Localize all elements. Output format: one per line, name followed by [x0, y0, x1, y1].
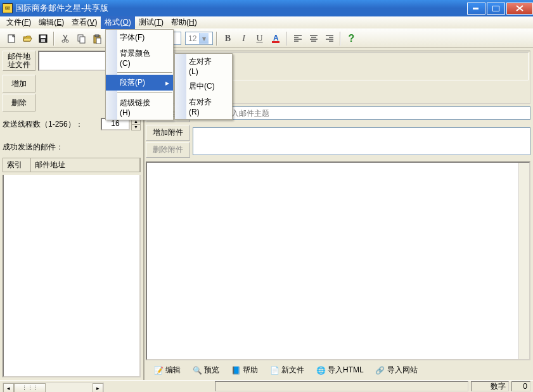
toolbar-separator: [53, 32, 55, 46]
minimize-button[interactable]: [467, 3, 485, 15]
paragraph-submenu: 左对齐(L) 居中(C) 右对齐(R): [174, 53, 233, 120]
svg-point-6: [62, 40, 65, 42]
new-button[interactable]: [4, 31, 18, 46]
subject-input[interactable]: [190, 106, 530, 120]
sent-list-header: 索引 邮件地址: [3, 158, 141, 172]
address-file-button[interactable]: 邮件地址文件: [3, 51, 35, 71]
toolbar: ystem▾ 12▾ B I U A ?: [0, 29, 533, 48]
editor-tabs: 📝编辑 🔍预览 📘帮助 📄新文件 🌐导入HTML 🔗导入网站: [146, 362, 530, 379]
main-area: 邮件地址文件 增加 删除 发送线程数（1-256）： 16 ▲▼ 成功发送的邮件…: [0, 48, 533, 380]
menu-format[interactable]: 格式(O): [101, 16, 134, 29]
col-address[interactable]: 邮件地址: [31, 158, 140, 172]
bold-button[interactable]: B: [221, 31, 235, 46]
tab-newfile[interactable]: 📄新文件: [266, 364, 308, 377]
import-site-icon: 🔗: [375, 365, 385, 376]
svg-rect-5: [41, 39, 45, 42]
menu-align-left[interactable]: 左对齐(L): [175, 54, 232, 79]
svg-rect-0: [473, 8, 478, 9]
submenu-arrow-icon: ▸: [165, 79, 169, 87]
save-button[interactable]: [35, 31, 50, 46]
toolbar-separator: [340, 32, 341, 46]
svg-rect-1: [492, 6, 499, 11]
toolbar-separator: [286, 32, 287, 46]
menu-bgcolor[interactable]: 背景颜色(C): [106, 46, 173, 70]
svg-rect-12: [96, 38, 101, 44]
close-button[interactable]: [506, 3, 533, 15]
tab-preview[interactable]: 🔍预览: [188, 364, 223, 377]
menu-bar: 文件(F) 编辑(E) 查看(V) 格式(O) 测试(T) 帮助(H): [0, 16, 533, 29]
svg-text:A: A: [273, 34, 279, 42]
paste-button[interactable]: [89, 31, 104, 46]
font-size-combo[interactable]: 12▾: [185, 32, 213, 45]
toolbar-separator: [216, 32, 217, 46]
attachment-list[interactable]: [193, 127, 530, 155]
align-left-button[interactable]: [290, 31, 305, 46]
svg-point-7: [66, 40, 68, 42]
scroll-right-icon[interactable]: ▸: [93, 383, 103, 392]
menu-paragraph[interactable]: 段落(P)▸: [106, 75, 173, 91]
svg-rect-4: [41, 35, 46, 38]
add-attachment-button[interactable]: 增加附件: [146, 125, 190, 141]
help-button[interactable]: ?: [344, 31, 359, 46]
tab-help[interactable]: 📘帮助: [227, 364, 262, 377]
help-icon: 📘: [231, 365, 241, 376]
status-spacer: [215, 381, 468, 391]
format-dropdown: 字体(F) 背景颜色(C) 段落(P)▸ 超级链接(H): [105, 29, 174, 120]
window-controls: [466, 3, 533, 15]
edit-icon: 📝: [153, 365, 164, 376]
maximize-button[interactable]: [487, 3, 505, 15]
menu-edit[interactable]: 编辑(E): [35, 16, 68, 29]
align-right-button[interactable]: [322, 31, 337, 46]
copy-button[interactable]: [74, 31, 88, 46]
delete-button[interactable]: 删除: [3, 94, 35, 111]
align-center-button[interactable]: [306, 31, 321, 46]
horizontal-scrollbar[interactable]: ◂ ⋮⋮⋮ ▸: [3, 383, 104, 392]
newfile-icon: 📄: [269, 365, 279, 376]
cut-button[interactable]: [58, 31, 72, 46]
menu-align-center[interactable]: 居中(C): [175, 79, 232, 94]
svg-rect-14: [272, 41, 279, 43]
tab-import-site[interactable]: 🔗导入网站: [371, 364, 421, 377]
import-html-icon: 🌐: [316, 365, 326, 376]
attachment-row: 增加附件 删除附件: [146, 125, 530, 158]
scroll-thumb[interactable]: ⋮⋮⋮: [14, 383, 46, 392]
thread-count-label: 发送线程数（1-256）：: [3, 119, 83, 130]
underline-button[interactable]: U: [252, 31, 267, 46]
scroll-left-icon[interactable]: ◂: [3, 383, 14, 392]
menu-align-right[interactable]: 右对齐(R): [175, 94, 232, 119]
tab-import-html[interactable]: 🌐导入HTML: [312, 364, 368, 377]
preview-icon: 🔍: [192, 365, 202, 376]
spin-down-icon[interactable]: ▼: [132, 125, 140, 130]
remove-attachment-button[interactable]: 删除附件: [146, 142, 190, 158]
success-label: 成功发送的邮件：: [3, 142, 141, 153]
font-color-button[interactable]: A: [268, 31, 283, 46]
menu-file[interactable]: 文件(F): [3, 16, 35, 29]
menu-test[interactable]: 测试(T): [135, 16, 167, 29]
editor-area[interactable]: [146, 161, 530, 360]
menu-hyperlink[interactable]: 超级链接(H): [106, 95, 173, 120]
menu-font[interactable]: 字体(F): [106, 30, 173, 46]
italic-button[interactable]: I: [236, 31, 251, 46]
open-button[interactable]: [20, 31, 34, 46]
app-icon: ✉: [3, 3, 13, 13]
status-numlock: 数字: [471, 381, 509, 391]
svg-rect-9: [80, 37, 85, 43]
title-bar: ✉ 国际商务邮件之星-共享版: [0, 0, 533, 16]
sent-list[interactable]: [3, 175, 141, 377]
status-count: 0: [511, 381, 530, 391]
add-button[interactable]: 增加: [3, 75, 35, 92]
menu-help[interactable]: 帮助(H): [167, 16, 201, 29]
scroll-track[interactable]: [46, 383, 93, 392]
svg-rect-11: [95, 35, 99, 37]
col-index[interactable]: 索引: [3, 158, 31, 172]
vertical-scrollbar[interactable]: [518, 163, 529, 359]
menu-view[interactable]: 查看(V): [68, 16, 101, 29]
window-title: 国际商务邮件之星-共享版: [15, 3, 466, 14]
tab-edit[interactable]: 📝编辑: [150, 364, 184, 377]
